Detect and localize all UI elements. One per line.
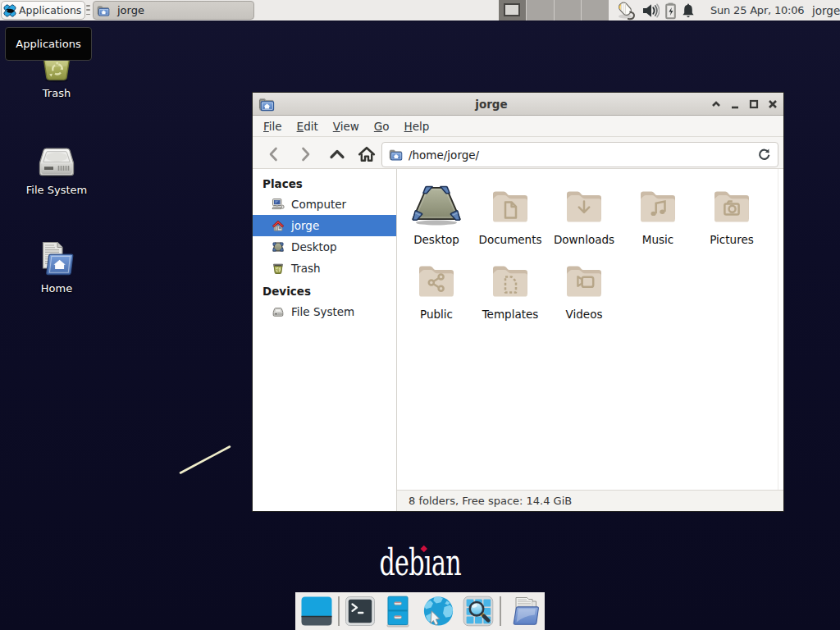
applications-tooltip: Applications [5, 27, 92, 61]
tooltip-text: Applications [16, 38, 80, 50]
desktop-scratch-line [0, 0, 840, 630]
